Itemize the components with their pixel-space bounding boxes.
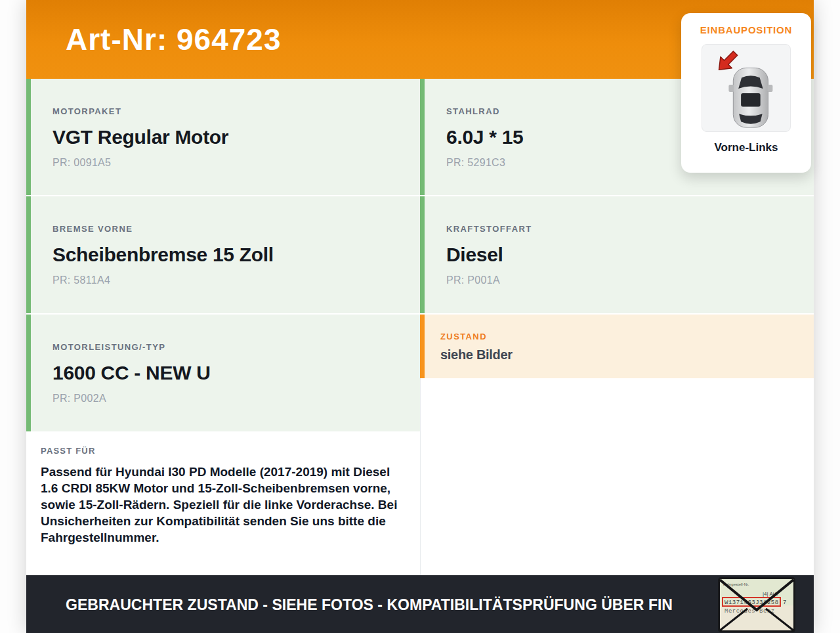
footer-notice: GEBRAUCHTER ZUSTAND - SIEHE FOTOS - KOMP… bbox=[66, 596, 673, 614]
article-number-title: Art-Nr: 964723 bbox=[66, 22, 281, 57]
spec-value: siehe Bilder bbox=[440, 347, 798, 362]
spec-card-motorleistung: MOTORLEISTUNG/-TYP 1600 CC - NEW U PR: P… bbox=[26, 315, 420, 431]
page-container: Art-Nr: 964723 MOTORPAKET VGT Regular Mo… bbox=[26, 0, 814, 633]
spec-card-motorpaket: MOTORPAKET VGT Regular Motor PR: 0091A5 bbox=[26, 79, 420, 195]
footer-bar: GEBRAUCHTER ZUSTAND - SIEHE FOTOS - KOMP… bbox=[26, 575, 814, 633]
spec-card-zustand: ZUSTAND siehe Bilder bbox=[420, 315, 814, 378]
left-column: MOTORPAKET VGT Regular Motor PR: 0091A5 … bbox=[26, 79, 420, 575]
spec-value: Diesel bbox=[446, 244, 794, 266]
einbauposition-card: EINBAUPOSITION bbox=[681, 13, 811, 173]
spec-card-kraftstoffart: KRAFTSTOFFART Diesel PR: P001A bbox=[420, 196, 814, 313]
vin-document-envelope-icon: Fahrgestell-Nr. |4| AiA W1371463J31258 7… bbox=[718, 577, 795, 632]
spec-value: VGT Regular Motor bbox=[52, 126, 400, 148]
spec-label: MOTORPAKET bbox=[52, 106, 400, 116]
spec-value: 1600 CC - NEW U bbox=[52, 362, 400, 384]
listing-info-graphic: Art-Nr: 964723 MOTORPAKET VGT Regular Mo… bbox=[0, 0, 840, 633]
passt-fuer-section: PASST FÜR Passend für Hyundai I30 PD Mod… bbox=[26, 433, 420, 575]
einbauposition-label: EINBAUPOSITION bbox=[692, 24, 801, 35]
car-top-view-icon bbox=[702, 45, 790, 131]
svg-text:7: 7 bbox=[783, 600, 786, 606]
spec-value: Scheibenbremse 15 Zoll bbox=[52, 244, 400, 266]
spec-pr-code: PR: 0091A5 bbox=[52, 157, 400, 169]
spec-pr-code: PR: P001A bbox=[446, 274, 794, 286]
spec-label: ZUSTAND bbox=[440, 332, 798, 341]
passt-fuer-label: PASST FÜR bbox=[41, 446, 407, 456]
compatibility-text: Passend für Hyundai I30 PD Modelle (2017… bbox=[41, 464, 406, 546]
spec-pr-code: PR: P002A bbox=[52, 393, 400, 404]
car-position-image-box bbox=[702, 44, 791, 132]
spec-label: MOTORLEISTUNG/-TYP bbox=[52, 342, 400, 352]
spec-label: BREMSE VORNE bbox=[52, 224, 400, 234]
spec-card-bremse-vorne: BREMSE VORNE Scheibenbremse 15 Zoll PR: … bbox=[26, 196, 420, 313]
spec-label: KRAFTSTOFFART bbox=[446, 224, 794, 234]
red-arrow-icon bbox=[713, 47, 741, 75]
vin-document-image: Fahrgestell-Nr. |4| AiA W1371463J31258 7… bbox=[718, 577, 795, 632]
empty-area bbox=[420, 378, 814, 575]
spec-pr-code: PR: 5811A4 bbox=[52, 274, 400, 286]
einbauposition-value: Vorne-Links bbox=[692, 141, 801, 154]
